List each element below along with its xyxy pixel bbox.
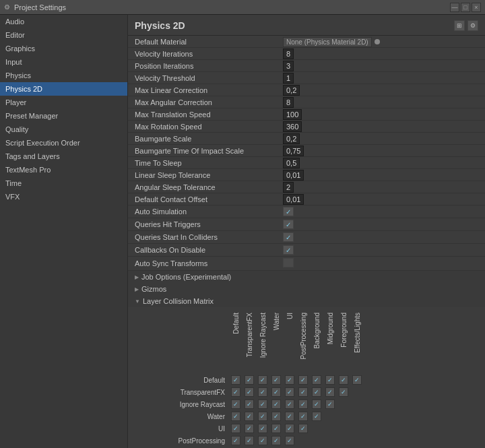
checkbox-auto-simulation[interactable]	[283, 207, 294, 216]
matrix-checkbox[interactable]: ✓	[285, 387, 294, 397]
matrix-checkbox[interactable]: ✓	[352, 375, 362, 385]
matrix-checkbox[interactable]: ✓	[258, 375, 267, 385]
matrix-checkbox[interactable]: ✓	[285, 436, 294, 445]
matrix-checkbox[interactable]: ✓	[271, 387, 281, 397]
sidebar-item-input[interactable]: Input	[0, 55, 127, 69]
sidebar-item-editor[interactable]: Editor	[0, 28, 127, 42]
matrix-checkbox[interactable]: ✓	[298, 387, 308, 397]
matrix-checkbox[interactable]: ✓	[245, 387, 254, 397]
sidebar-item-textmesh-pro[interactable]: TextMesh Pro	[0, 163, 127, 177]
number-value[interactable]: 0,75	[283, 146, 304, 156]
matrix-checkbox[interactable]: ✓	[285, 412, 294, 421]
matrix-checkbox[interactable]: ✓	[271, 424, 281, 433]
matrix-cell[interactable]: ✓	[283, 435, 296, 446]
matrix-checkbox[interactable]: ✓	[231, 436, 240, 445]
number-value[interactable]: 1	[283, 73, 294, 84]
matrix-cell[interactable]: ✓	[337, 375, 350, 385]
matrix-cell[interactable]: ✓	[283, 387, 296, 397]
matrix-cell[interactable]: ✓	[229, 387, 243, 397]
close-button[interactable]: ×	[472, 3, 481, 12]
matrix-cell[interactable]: ✓	[283, 399, 296, 410]
property-value[interactable]	[283, 220, 478, 229]
checkbox-queries-start-in-colliders[interactable]	[283, 232, 294, 242]
matrix-cell[interactable]: ✓	[323, 399, 337, 410]
matrix-checkbox[interactable]: ✓	[258, 436, 267, 445]
sidebar-item-tags-and-layers[interactable]: Tags and Layers	[0, 150, 127, 163]
number-value[interactable]: 0,01	[283, 194, 304, 205]
matrix-checkbox[interactable]: ✓	[312, 399, 321, 409]
sidebar-item-time[interactable]: Time	[0, 177, 127, 190]
matrix-checkbox[interactable]: ✓	[231, 424, 240, 433]
matrix-checkbox[interactable]: ✓	[312, 375, 321, 385]
matrix-cell[interactable]: ✓	[256, 411, 269, 422]
matrix-cell[interactable]: ✓	[269, 423, 283, 434]
matrix-cell[interactable]: ✓	[229, 375, 243, 385]
matrix-checkbox[interactable]: ✓	[258, 399, 267, 409]
matrix-checkbox[interactable]: ✓	[245, 412, 254, 421]
section-header-1[interactable]: ▶Gizmos	[128, 283, 485, 295]
property-value[interactable]	[283, 232, 478, 242]
matrix-checkbox[interactable]: ✓	[285, 424, 294, 433]
property-value[interactable]	[283, 245, 478, 255]
checkbox-callbacks-on-disable[interactable]	[283, 245, 294, 255]
matrix-checkbox[interactable]: ✓	[271, 375, 281, 385]
matrix-cell[interactable]: ✓	[229, 399, 243, 410]
checkbox-auto-sync-transforms[interactable]	[283, 258, 294, 267]
section-header-2[interactable]: ▼Layer Collision Matrix	[128, 295, 485, 307]
checkbox-queries-hit-triggers[interactable]	[283, 220, 294, 229]
matrix-cell[interactable]: ✓	[269, 435, 283, 446]
matrix-cell[interactable]: ✓	[296, 399, 310, 410]
matrix-cell[interactable]: ✓	[337, 387, 350, 397]
matrix-checkbox[interactable]: ✓	[298, 412, 308, 421]
matrix-checkbox[interactable]: ✓	[298, 399, 308, 409]
matrix-cell[interactable]: ✓	[323, 375, 337, 385]
matrix-cell[interactable]: ✓	[256, 399, 269, 410]
layout-icon[interactable]: ⊞	[454, 20, 465, 31]
number-value[interactable]: 8	[283, 97, 294, 108]
matrix-cell[interactable]: ✓	[296, 375, 310, 385]
matrix-cell[interactable]: ✓	[229, 411, 243, 422]
sidebar-item-audio[interactable]: Audio	[0, 15, 127, 28]
matrix-checkbox[interactable]: ✓	[258, 387, 267, 397]
property-value[interactable]	[283, 207, 478, 216]
matrix-cell[interactable]: ✓	[350, 375, 364, 385]
matrix-checkbox[interactable]: ✓	[325, 399, 335, 409]
section-header-0[interactable]: ▶Job Options (Experimental)	[128, 271, 485, 283]
sidebar-item-physics-2d[interactable]: Physics 2D	[0, 82, 127, 96]
sidebar-item-preset-manager[interactable]: Preset Manager	[0, 109, 127, 123]
number-value[interactable]: 0,01	[283, 170, 304, 181]
matrix-cell[interactable]: ✓	[310, 387, 323, 397]
matrix-checkbox[interactable]: ✓	[339, 375, 348, 385]
number-value[interactable]: 100	[283, 109, 302, 120]
matrix-checkbox[interactable]: ✓	[231, 387, 240, 397]
property-value[interactable]	[283, 258, 478, 269]
sidebar-item-physics[interactable]: Physics	[0, 69, 127, 82]
matrix-cell[interactable]: ✓	[269, 387, 283, 397]
matrix-checkbox[interactable]: ✓	[312, 412, 321, 421]
matrix-checkbox[interactable]: ✓	[245, 375, 254, 385]
matrix-checkbox[interactable]: ✓	[231, 412, 240, 421]
matrix-cell[interactable]: ✓	[269, 375, 283, 385]
sidebar-item-graphics[interactable]: Graphics	[0, 42, 127, 55]
maximize-button[interactable]: □	[461, 3, 470, 12]
matrix-checkbox[interactable]: ✓	[325, 375, 335, 385]
minimize-button[interactable]: —	[450, 3, 459, 12]
matrix-checkbox[interactable]: ✓	[258, 424, 267, 433]
matrix-checkbox[interactable]: ✓	[245, 436, 254, 445]
matrix-checkbox[interactable]: ✓	[245, 399, 254, 409]
number-value[interactable]: 2	[283, 182, 294, 193]
number-value[interactable]: 0,5	[283, 158, 300, 168]
matrix-checkbox[interactable]: ✓	[258, 412, 267, 421]
matrix-checkbox[interactable]: ✓	[325, 387, 335, 397]
matrix-cell[interactable]: ✓	[243, 423, 256, 434]
matrix-cell[interactable]: ✓	[269, 399, 283, 410]
matrix-cell[interactable]: ✓	[256, 375, 269, 385]
matrix-cell[interactable]: ✓	[310, 375, 323, 385]
matrix-checkbox[interactable]: ✓	[298, 375, 308, 385]
matrix-cell[interactable]: ✓	[243, 375, 256, 385]
matrix-cell[interactable]: ✓	[296, 411, 310, 422]
matrix-cell[interactable]: ✓	[310, 411, 323, 422]
matrix-cell[interactable]: ✓	[243, 387, 256, 397]
matrix-cell[interactable]: ✓	[229, 435, 243, 446]
matrix-checkbox[interactable]: ✓	[285, 399, 294, 409]
